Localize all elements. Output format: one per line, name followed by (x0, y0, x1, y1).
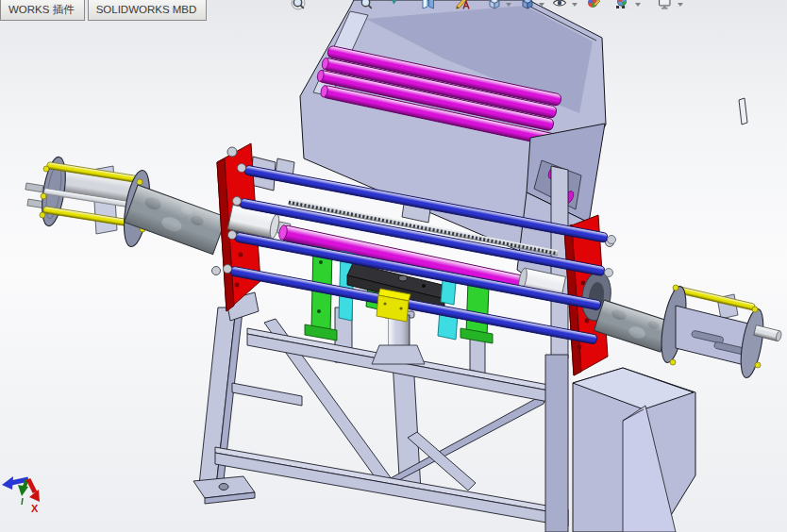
floating-part[interactable] (739, 98, 747, 125)
model-canvas[interactable]: X (0, 0, 787, 532)
drive-shaft-left[interactable] (125, 185, 226, 255)
rod-clamp[interactable] (377, 289, 410, 322)
display-style-icon[interactable] (520, 0, 537, 12)
annotation-icon[interactable] (455, 0, 472, 12)
previous-view-icon[interactable] (391, 0, 408, 12)
display-style-dropdown-caret[interactable] (539, 3, 544, 7)
apply-scene-dropdown-caret[interactable] (635, 3, 641, 7)
commandmanager-tabs: WORKS 插件 SOLIDWORKS MBD (0, 0, 207, 21)
view-settings-icon[interactable] (657, 0, 674, 12)
zoom-to-area-icon[interactable] (359, 0, 376, 12)
triad-x-label: X (31, 503, 39, 514)
tab-solidworks-mbd[interactable]: SOLIDWORKS MBD (88, 0, 208, 21)
hide-show-items-dropdown-caret[interactable] (572, 3, 578, 7)
edit-appearance-icon[interactable] (586, 0, 603, 12)
zoom-to-fit-icon[interactable] (291, 0, 308, 12)
section-view-icon[interactable] (421, 0, 438, 12)
apply-scene-icon[interactable] (614, 0, 631, 12)
solidworks-viewport-screen: WORKS 插件 SOLIDWORKS MBD (0, 0, 787, 532)
hide-show-items-icon[interactable] (552, 0, 569, 12)
tab-solidworks-addins[interactable]: WORKS 插件 (0, 0, 85, 21)
view-orientation-dropdown-caret[interactable] (506, 3, 511, 7)
view-orientation-icon[interactable] (487, 0, 504, 12)
view-settings-dropdown-caret[interactable] (678, 3, 683, 7)
slotted-drum[interactable] (657, 285, 782, 379)
view-triad: X (2, 476, 40, 514)
discharge-chute[interactable] (573, 368, 695, 532)
